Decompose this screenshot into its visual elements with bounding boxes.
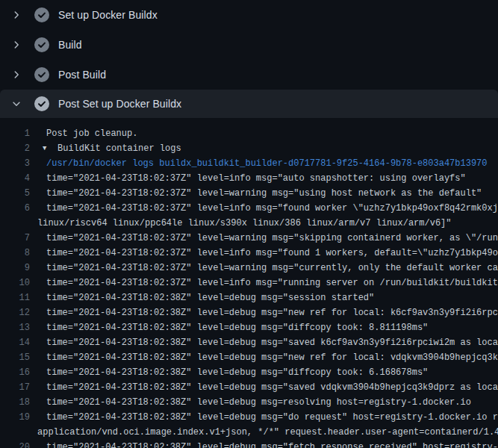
log-line-text: application/vnd.oci.image.index.v1+json,… — [30, 425, 498, 440]
step-row-set-up-docker-buildx[interactable]: Set up Docker Buildx — [0, 0, 498, 30]
log-line-text: time="2021-04-23T18:02:38Z" level=debug … — [30, 380, 498, 395]
log-line-number[interactable]: 19 — [0, 410, 30, 425]
log-line: 20 time="2021-04-23T18:02:38Z" level=deb… — [0, 440, 498, 448]
log-line: application/vnd.oci.image.index.v1+json,… — [0, 425, 498, 440]
caret-down-icon[interactable]: ▼ — [43, 141, 57, 156]
log-line-number[interactable]: 14 — [0, 335, 30, 350]
log-line-text: time="2021-04-23T18:02:37Z" level=info m… — [30, 246, 498, 261]
log-line-text: /usr/bin/docker logs buildx_buildkit_bui… — [30, 156, 488, 171]
log-line-number[interactable]: 18 — [0, 395, 30, 410]
log-line: 18 time="2021-04-23T18:02:38Z" level=deb… — [0, 395, 498, 410]
log-line-text: time="2021-04-23T18:02:38Z" level=debug … — [30, 335, 498, 350]
log-line: 6 time="2021-04-23T18:02:37Z" level=info… — [0, 201, 498, 216]
log-line: 1 Post job cleanup. — [0, 126, 498, 141]
log-line-text: Post job cleanup. — [30, 126, 137, 141]
log-line-number[interactable]: 8 — [0, 246, 30, 261]
log-line: 13 time="2021-04-23T18:02:38Z" level=deb… — [0, 320, 498, 335]
log-line-number[interactable]: 5 — [0, 186, 30, 201]
log-line-number[interactable]: 1 — [0, 126, 30, 141]
log-line-number[interactable]: 9 — [0, 261, 30, 276]
log-line-number[interactable]: 3 — [0, 156, 30, 171]
log-line-text: time="2021-04-23T18:02:38Z" level=debug … — [30, 350, 498, 365]
log-line-text: time="2021-04-23T18:02:37Z" level=warnin… — [30, 186, 482, 201]
log-line-text: linux/riscv64 linux/ppc64le linux/s390x … — [30, 216, 452, 231]
log-line-text: time="2021-04-23T18:02:38Z" level=debug … — [30, 395, 471, 410]
log-line: 8 time="2021-04-23T18:02:37Z" level=info… — [0, 246, 498, 261]
log-line: 19 time="2021-04-23T18:02:38Z" level=deb… — [0, 410, 498, 425]
log-line: 9 time="2021-04-23T18:02:37Z" level=warn… — [0, 261, 498, 276]
log-line: 17 time="2021-04-23T18:02:38Z" level=deb… — [0, 380, 498, 395]
log-line: 11 time="2021-04-23T18:02:38Z" level=deb… — [0, 290, 498, 305]
log-line: 16 time="2021-04-23T18:02:38Z" level=deb… — [0, 365, 498, 380]
log-line-number[interactable]: 11 — [0, 290, 30, 305]
step-label: Set up Docker Buildx — [58, 9, 158, 21]
log-line-command: 3 /usr/bin/docker logs buildx_buildkit_b… — [0, 156, 498, 171]
log-line: 15 time="2021-04-23T18:02:38Z" level=deb… — [0, 350, 498, 365]
step-label: Post Set up Docker Buildx — [58, 98, 181, 110]
step-label: Build — [58, 39, 82, 51]
log-line-number[interactable]: 12 — [0, 305, 30, 320]
log-line-number[interactable]: 17 — [0, 380, 30, 395]
log-line: 10 time="2021-04-23T18:02:37Z" level=inf… — [0, 276, 498, 290]
log-line-number[interactable]: 16 — [0, 365, 30, 380]
step-row-post-set-up-docker-buildx[interactable]: Post Set up Docker Buildx — [0, 90, 498, 118]
log-line-text: time="2021-04-23T18:02:38Z" level=debug … — [30, 410, 498, 425]
log-line-text: time="2021-04-23T18:02:38Z" level=debug … — [30, 440, 498, 448]
log-line-number — [0, 216, 30, 231]
log-line-number[interactable]: 13 — [0, 320, 30, 335]
steps-list: Set up Docker Buildx Build — [0, 0, 498, 118]
log-line-text: time="2021-04-23T18:02:38Z" level=debug … — [30, 365, 428, 380]
check-circle-icon — [34, 37, 49, 52]
log-line-number[interactable]: 15 — [0, 350, 30, 365]
log-line-text: time="2021-04-23T18:02:37Z" level=warnin… — [30, 261, 498, 276]
log-line-text: time="2021-04-23T18:02:38Z" level=debug … — [30, 290, 374, 305]
log-line: 4 time="2021-04-23T18:02:37Z" level=info… — [0, 171, 498, 186]
log-line-number[interactable]: 7 — [0, 231, 30, 246]
log-line-number[interactable]: 4 — [0, 171, 30, 186]
log-line-text: time="2021-04-23T18:02:38Z" level=debug … — [30, 320, 428, 335]
log-line-text: ▼BuildKit container logs — [30, 141, 181, 156]
step-row-post-build[interactable]: Post Build — [0, 60, 498, 90]
log-line: 12 time="2021-04-23T18:02:38Z" level=deb… — [0, 305, 498, 320]
chevron-right-icon — [7, 40, 25, 50]
chevron-down-icon — [7, 99, 25, 109]
log-line-number[interactable]: 6 — [0, 201, 30, 216]
step-label: Post Build — [58, 69, 106, 81]
step-row-build[interactable]: Build — [0, 30, 498, 60]
log-line: 5 time="2021-04-23T18:02:37Z" level=warn… — [0, 186, 498, 201]
chevron-right-icon — [7, 69, 25, 80]
log-line: 2 ▼BuildKit container logs — [0, 141, 498, 156]
check-circle-icon — [34, 96, 49, 111]
log-line-number — [0, 425, 30, 440]
log-line-text: time="2021-04-23T18:02:38Z" level=debug … — [30, 305, 498, 320]
log-line: linux/riscv64 linux/ppc64le linux/s390x … — [0, 216, 498, 231]
log-line: 14 time="2021-04-23T18:02:38Z" level=deb… — [0, 335, 498, 350]
log-viewer: 1 Post job cleanup. 2 ▼BuildKit containe… — [0, 118, 498, 448]
log-line-number[interactable]: 2 — [0, 141, 30, 156]
log-line-text: time="2021-04-23T18:02:37Z" level=info m… — [30, 201, 498, 216]
chevron-right-icon — [7, 10, 25, 20]
log-line-number[interactable]: 20 — [0, 440, 30, 448]
log-group-title[interactable]: BuildKit container logs — [57, 143, 181, 154]
log-line-text: time="2021-04-23T18:02:37Z" level=warnin… — [30, 231, 498, 246]
check-circle-icon — [34, 67, 49, 82]
log-line: 7 time="2021-04-23T18:02:37Z" level=warn… — [0, 231, 498, 246]
log-line-text: time="2021-04-23T18:02:37Z" level=info m… — [30, 171, 466, 186]
log-line-text: time="2021-04-23T18:02:37Z" level=info m… — [30, 276, 498, 290]
check-circle-icon — [34, 7, 49, 22]
log-line-number[interactable]: 10 — [0, 276, 30, 290]
